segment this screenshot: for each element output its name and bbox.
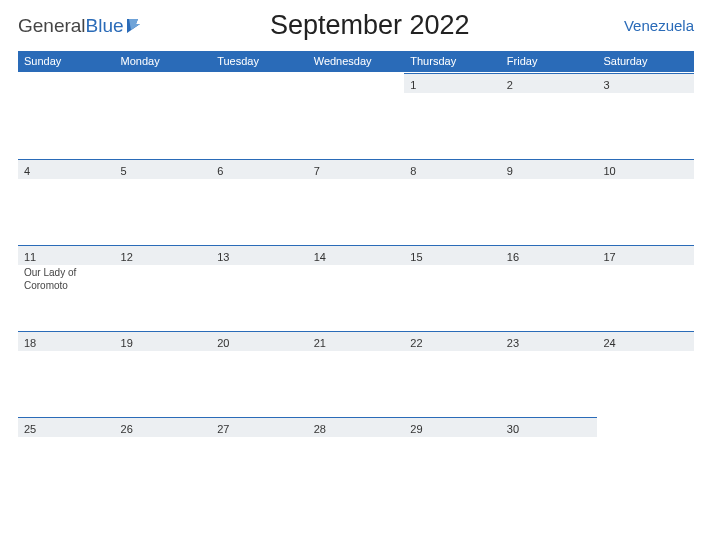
day-number: 8 bbox=[404, 159, 501, 179]
calendar-cell: 5 bbox=[115, 158, 212, 244]
logo-text-blue: Blue bbox=[86, 15, 124, 37]
calendar-cell: 17 bbox=[597, 244, 694, 330]
day-number: 3 bbox=[597, 73, 694, 93]
day-number: 25 bbox=[18, 417, 115, 437]
calendar-cell: 10 bbox=[597, 158, 694, 244]
weekday-header: Thursday bbox=[404, 51, 501, 72]
day-number: 30 bbox=[501, 417, 598, 437]
day-number bbox=[18, 73, 115, 93]
day-number: 14 bbox=[308, 245, 405, 265]
day-number: 29 bbox=[404, 417, 501, 437]
calendar-header: GeneralBlue September 2022 Venezuela bbox=[18, 8, 694, 51]
day-number: 23 bbox=[501, 331, 598, 351]
calendar-cell: 18 bbox=[18, 330, 115, 416]
day-number: 1 bbox=[404, 73, 501, 93]
day-number: 10 bbox=[597, 159, 694, 179]
day-number: 4 bbox=[18, 159, 115, 179]
calendar-cell-empty bbox=[308, 72, 405, 158]
calendar-cell: 25 bbox=[18, 416, 115, 486]
calendar-cell: 12 bbox=[115, 244, 212, 330]
calendar-cell: 22 bbox=[404, 330, 501, 416]
calendar-cell: 15 bbox=[404, 244, 501, 330]
day-number: 20 bbox=[211, 331, 308, 351]
calendar-cell: 30 bbox=[501, 416, 598, 486]
calendar-cell: 11Our Lady of Coromoto bbox=[18, 244, 115, 330]
calendar-cell: 8 bbox=[404, 158, 501, 244]
day-number: 24 bbox=[597, 331, 694, 351]
calendar-cell: 27 bbox=[211, 416, 308, 486]
calendar-cell-empty bbox=[115, 72, 212, 158]
calendar-cell: 24 bbox=[597, 330, 694, 416]
day-number: 9 bbox=[501, 159, 598, 179]
weekday-header: Monday bbox=[115, 51, 212, 72]
day-number bbox=[597, 417, 694, 437]
calendar-cell-empty bbox=[18, 72, 115, 158]
calendar-cell: 28 bbox=[308, 416, 405, 486]
calendar-title: September 2022 bbox=[146, 10, 594, 41]
day-number: 12 bbox=[115, 245, 212, 265]
weekday-header: Saturday bbox=[597, 51, 694, 72]
calendar-cell: 14 bbox=[308, 244, 405, 330]
country-label: Venezuela bbox=[594, 17, 694, 34]
calendar-cell: 21 bbox=[308, 330, 405, 416]
day-number: 28 bbox=[308, 417, 405, 437]
logo: GeneralBlue bbox=[18, 15, 146, 37]
day-number: 5 bbox=[115, 159, 212, 179]
day-number: 27 bbox=[211, 417, 308, 437]
day-number: 21 bbox=[308, 331, 405, 351]
calendar-cell: 9 bbox=[501, 158, 598, 244]
calendar-cell-empty bbox=[211, 72, 308, 158]
weekday-header-row: SundayMondayTuesdayWednesdayThursdayFrid… bbox=[18, 51, 694, 72]
calendar-cell: 16 bbox=[501, 244, 598, 330]
day-number: 6 bbox=[211, 159, 308, 179]
calendar-cell: 1 bbox=[404, 72, 501, 158]
day-number bbox=[211, 73, 308, 93]
logo-text-general: General bbox=[18, 15, 86, 37]
day-number: 22 bbox=[404, 331, 501, 351]
day-number: 13 bbox=[211, 245, 308, 265]
calendar-cell: 20 bbox=[211, 330, 308, 416]
calendar-cell: 2 bbox=[501, 72, 598, 158]
calendar-cell: 13 bbox=[211, 244, 308, 330]
weekday-header: Friday bbox=[501, 51, 598, 72]
day-number bbox=[115, 73, 212, 93]
day-number: 11 bbox=[18, 245, 115, 265]
calendar-grid: 1234567891011Our Lady of Coromoto1213141… bbox=[18, 72, 694, 486]
weekday-header: Wednesday bbox=[308, 51, 405, 72]
day-number: 19 bbox=[115, 331, 212, 351]
calendar-cell: 19 bbox=[115, 330, 212, 416]
calendar-cell: 7 bbox=[308, 158, 405, 244]
day-number: 16 bbox=[501, 245, 598, 265]
holiday-label: Our Lady of Coromoto bbox=[18, 265, 115, 294]
calendar-cell-empty bbox=[597, 416, 694, 486]
calendar-cell: 26 bbox=[115, 416, 212, 486]
day-number bbox=[308, 73, 405, 93]
calendar-cell: 3 bbox=[597, 72, 694, 158]
logo-flag-icon bbox=[126, 17, 146, 35]
weekday-header: Sunday bbox=[18, 51, 115, 72]
day-number: 15 bbox=[404, 245, 501, 265]
calendar-cell: 4 bbox=[18, 158, 115, 244]
day-number: 7 bbox=[308, 159, 405, 179]
day-number: 2 bbox=[501, 73, 598, 93]
calendar-cell: 6 bbox=[211, 158, 308, 244]
day-number: 26 bbox=[115, 417, 212, 437]
calendar-cell: 23 bbox=[501, 330, 598, 416]
day-number: 17 bbox=[597, 245, 694, 265]
calendar-cell: 29 bbox=[404, 416, 501, 486]
day-number: 18 bbox=[18, 331, 115, 351]
weekday-header: Tuesday bbox=[211, 51, 308, 72]
